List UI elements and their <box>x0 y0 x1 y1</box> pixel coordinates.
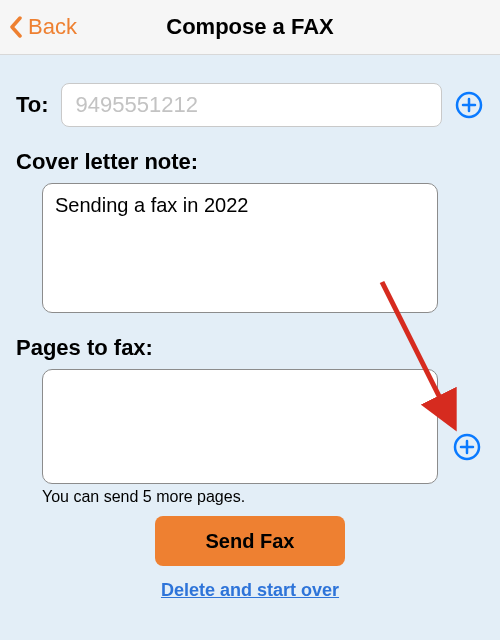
pages-hint: You can send 5 more pages. <box>42 488 484 506</box>
plus-circle-icon <box>455 91 483 119</box>
add-page-button[interactable] <box>452 432 482 462</box>
to-row: To: <box>16 83 484 127</box>
to-label: To: <box>16 92 49 118</box>
plus-circle-icon <box>453 433 481 461</box>
delete-start-over-link[interactable]: Delete and start over <box>16 580 484 601</box>
pages-label: Pages to fax: <box>16 335 484 361</box>
cover-letter-label: Cover letter note: <box>16 149 484 175</box>
chevron-left-icon <box>8 15 24 39</box>
pages-row <box>42 369 484 484</box>
add-recipient-button[interactable] <box>454 90 484 120</box>
send-fax-button[interactable]: Send Fax <box>155 516 345 566</box>
to-input[interactable] <box>61 83 442 127</box>
back-label: Back <box>28 14 77 40</box>
cover-letter-input[interactable] <box>42 183 438 313</box>
content-area: To: Cover letter note: Pages to fax: You… <box>0 55 500 601</box>
pages-box[interactable] <box>42 369 438 484</box>
back-button[interactable]: Back <box>0 14 77 40</box>
header-bar: Back Compose a FAX <box>0 0 500 55</box>
